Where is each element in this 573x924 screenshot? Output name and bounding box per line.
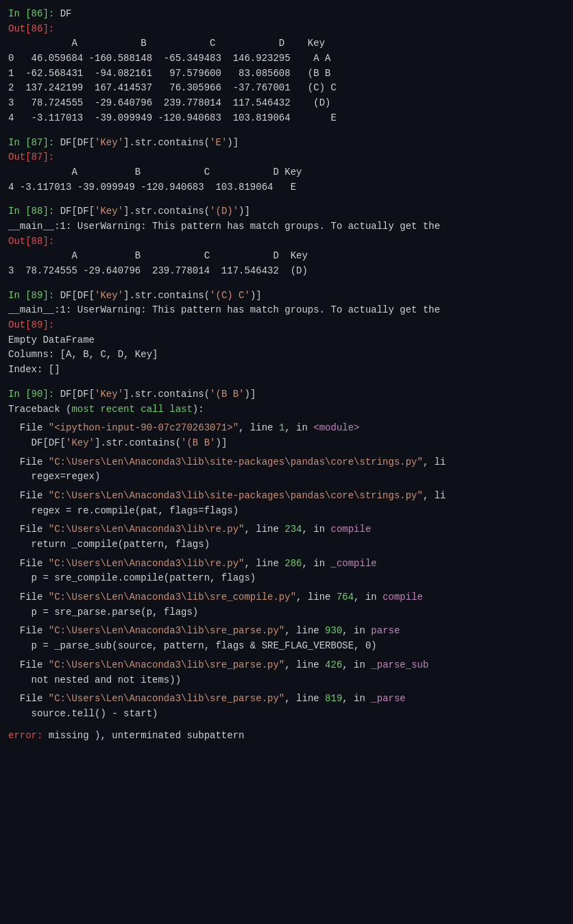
tb-file7: File "C:\Users\Len\Anaconda3\lib\sre_par… — [8, 624, 565, 639]
tb-code7: p = _parse_sub(source, pattern, flags & … — [8, 639, 565, 654]
in-90-label: In [90]: DF[DF['Key'].str.contains('(B B… — [8, 387, 565, 402]
tb-code2: regex=regex) — [8, 470, 565, 485]
cell-86: In [86]: DF Out[86]: A B C D Key 0 46.05… — [8, 7, 565, 126]
df-86-row1: 1 -62.568431 -94.082161 97.579600 83.085… — [8, 66, 565, 82]
tb-file9: File "C:\Users\Len\Anaconda3\lib\sre_par… — [8, 692, 565, 707]
tb-file5: File "C:\Users\Len\Anaconda3\lib\re.py",… — [8, 557, 565, 572]
tb-file3: File "C:\Users\Len\Anaconda3\lib\site-pa… — [8, 489, 565, 504]
df-87-row4: 4 -3.117013 -39.099949 -120.940683 103.8… — [8, 180, 565, 195]
notebook-output: In [86]: DF Out[86]: A B C D Key 0 46.05… — [8, 7, 565, 743]
warning-89: __main__:1: UserWarning: This pattern ha… — [8, 303, 565, 318]
df-86-row0: 0 46.059684 -160.588148 -65.349483 146.9… — [8, 51, 565, 66]
in-86-label: In [86]: DF — [8, 7, 565, 22]
tb-file4: File "C:\Users\Len\Anaconda3\lib\re.py",… — [8, 522, 565, 537]
df-88-header: A B C D Key — [8, 249, 565, 264]
df-87-header: A B C D Key — [8, 165, 565, 180]
tb-file6: File "C:\Users\Len\Anaconda3\lib\sre_com… — [8, 590, 565, 605]
out-89-label: Out[89]: — [8, 318, 565, 333]
traceback-header-90: Traceback (most recent call last): — [8, 402, 565, 417]
df-86-header: A B C D Key — [8, 36, 565, 51]
df-88-row3: 3 78.724555 -29.640796 239.778014 117.54… — [8, 264, 565, 279]
cell-89: In [89]: DF[DF['Key'].str.contains('(C) … — [8, 289, 565, 378]
in-88-label: In [88]: DF[DF['Key'].str.contains('(D)'… — [8, 204, 565, 219]
out-88-label: Out[88]: — [8, 234, 565, 250]
tb-file2: File "C:\Users\Len\Anaconda3\lib\site-pa… — [8, 455, 565, 470]
tb-code5: p = sre_compile.compile(pattern, flags) — [8, 571, 565, 586]
tb-file8: File "C:\Users\Len\Anaconda3\lib\sre_par… — [8, 658, 565, 673]
in-89-label: In [89]: DF[DF['Key'].str.contains('(C) … — [8, 289, 565, 304]
tb-code1: DF[DF['Key'].str.contains('(B B')] — [8, 436, 565, 451]
cell-87: In [87]: DF[DF['Key'].str.contains('E')]… — [8, 136, 565, 195]
in-87-label: In [87]: DF[DF['Key'].str.contains('E')] — [8, 136, 565, 151]
df-86-row3: 3 78.724555 -29.640796 239.778014 117.54… — [8, 96, 565, 111]
tb-file1: File "<ipython-input-90-07c270263071>", … — [8, 421, 565, 436]
out-87-label: Out[87]: — [8, 150, 565, 165]
empty-df-89-line3: Index: [] — [8, 363, 565, 378]
tb-code4: return _compile(pattern, flags) — [8, 537, 565, 552]
cell-88: In [88]: DF[DF['Key'].str.contains('(D)'… — [8, 204, 565, 278]
empty-df-89-line2: Columns: [A, B, C, D, Key] — [8, 348, 565, 363]
out-86-label: Out[86]: — [8, 22, 565, 37]
warning-88: __main__:1: UserWarning: This pattern ha… — [8, 219, 565, 234]
tb-code9: source.tell() - start) — [8, 707, 565, 722]
empty-df-89-line1: Empty DataFrame — [8, 333, 565, 348]
df-86-row2: 2 137.242199 167.414537 76.305966 -37.76… — [8, 81, 565, 96]
tb-code8: not nested and not items)) — [8, 673, 565, 688]
error-90: error: missing ), unterminated subpatter… — [8, 729, 565, 744]
df-86-row4: 4 -3.117013 -39.099949 -120.940683 103.8… — [8, 111, 565, 126]
tb-code3: regex = re.compile(pat, flags=flags) — [8, 504, 565, 519]
tb-code6: p = sre_parse.parse(p, flags) — [8, 605, 565, 620]
cell-90: In [90]: DF[DF['Key'].str.contains('(B B… — [8, 387, 565, 743]
